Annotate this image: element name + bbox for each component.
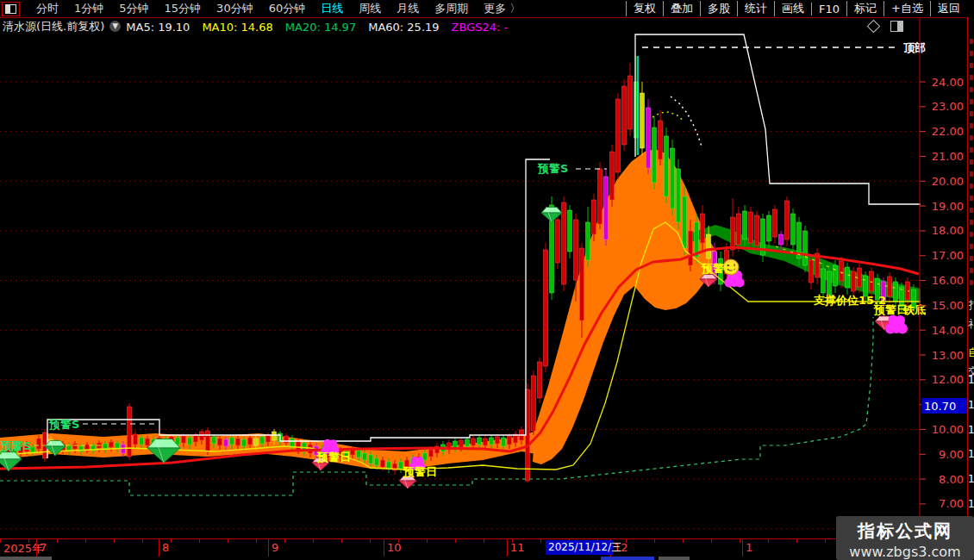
period-tab-15分钟[interactable]: 15分钟 [165, 1, 202, 16]
current-price-value: 10.70 [924, 400, 956, 413]
candle-body [429, 450, 434, 457]
period-tab-多周期[interactable]: 多周期 [434, 1, 468, 16]
cutoff-glyph: 1 [968, 449, 974, 460]
candle-body [701, 214, 705, 243]
candle-body [707, 234, 711, 258]
yellow-dot-arc [652, 112, 684, 121]
candle-body [140, 438, 144, 445]
candle-body [484, 439, 488, 445]
candle-body [870, 271, 874, 291]
candle-body [610, 152, 615, 200]
date-axis-ticks [0, 539, 918, 543]
candle-body [683, 196, 687, 248]
white-envelope-left [47, 159, 550, 458]
price-label: 20.00 [932, 175, 964, 188]
cutoff-glyph: 1 [968, 474, 974, 485]
toolbar-button-F10[interactable]: F10 [811, 3, 846, 16]
period-tab-月线[interactable]: 月线 [396, 1, 419, 16]
candle-body [586, 222, 590, 260]
price-label: 21.00 [932, 150, 964, 163]
chart-canvas[interactable]: 预警S预警S预警S预警日预警日预警日支撑价位15.2预警日铁底顶部24.0023… [0, 17, 967, 538]
candle-body [212, 437, 216, 444]
candle-body [574, 220, 578, 280]
candle-body [200, 432, 204, 440]
chart-annotation: 顶部 [903, 41, 926, 54]
toolbar-button-统计[interactable]: 统计 [737, 1, 774, 16]
toolbar-button-多股[interactable]: 多股 [700, 1, 737, 16]
candlestick-chart[interactable]: 预警S预警S预警S预警日预警日预警日支撑价位15.2预警日铁底顶部24.0023… [0, 17, 967, 538]
price-label: 7.00 [939, 497, 964, 510]
candle-body [182, 436, 186, 443]
toolbar-button-叠加[interactable]: 叠加 [663, 1, 700, 16]
chart-annotation: 预警日 [873, 303, 908, 316]
price-label: 14.00 [932, 324, 964, 337]
candle-body [146, 439, 150, 445]
date-axis[interactable]: 2025年 7891011121 2025/11/12/三 [0, 538, 967, 557]
month-label-10: 10 [387, 541, 402, 554]
year-label: 2025年 [3, 541, 43, 557]
candle-body [840, 261, 844, 281]
price-label: 12.00 [932, 373, 964, 386]
period-tab-30分钟[interactable]: 30分钟 [216, 1, 253, 16]
period-tab-更多 〉[interactable]: 更多 〉 [484, 1, 521, 16]
candle-body [749, 212, 753, 243]
price-label: 10.00 [932, 423, 964, 436]
candle-body [767, 215, 771, 241]
candle-body [604, 177, 609, 240]
period-nav: 分时1分钟5分钟15分钟30分钟60分钟日线周线月线多周期更多 〉 [28, 1, 528, 16]
candle-body [351, 450, 355, 455]
candle-body [598, 169, 603, 224]
candle-body [592, 200, 596, 234]
magenta-blob-icon [329, 439, 337, 447]
price-label: 24.00 [932, 76, 964, 89]
candle-body [737, 214, 741, 245]
gem-icon [312, 463, 329, 470]
candle-body [502, 438, 506, 446]
candle-body [671, 148, 675, 208]
candle-body [369, 455, 373, 464]
chart-annotation: 预警S [537, 162, 568, 175]
candle-body [363, 453, 367, 460]
month-label-8: 8 [162, 541, 169, 554]
cutoff-glyph: 1 [968, 400, 974, 411]
month-separator [268, 539, 269, 557]
candle-body [128, 407, 132, 457]
candle-body [465, 439, 470, 446]
candle-body [652, 128, 657, 183]
period-tab-1分钟[interactable]: 1分钟 [74, 1, 103, 16]
toolbar-button-画线[interactable]: 画线 [774, 1, 811, 16]
toolbar-button-返回[interactable]: 返回 [930, 1, 967, 16]
gem-icon [147, 448, 180, 463]
candle-body [453, 441, 458, 448]
cutoff-glyph: 1 [968, 375, 974, 386]
cutoff-glyph: 自 [968, 347, 974, 358]
candle-body [194, 435, 198, 442]
cutoff-glyph: 1 [968, 499, 974, 510]
month-label-7: 7 [40, 541, 47, 554]
toolbar-button-+自选[interactable]: +自选 [883, 1, 930, 16]
layout-toggle-icon[interactable] [2, 2, 20, 16]
chart-annotation: 预警日 [701, 262, 735, 275]
toolbar-button-复权[interactable]: 复权 [626, 1, 663, 16]
period-tab-分时[interactable]: 分时 [36, 1, 59, 16]
candle-body [556, 220, 560, 263]
month-label-1: 1 [746, 541, 752, 554]
candle-body [224, 439, 228, 446]
candle-body [471, 439, 476, 445]
candle-body [478, 438, 482, 445]
candle-body [640, 93, 645, 148]
candle-body [490, 438, 494, 445]
toolbar-button-标记[interactable]: 标记 [846, 1, 883, 16]
candle-body [230, 438, 234, 445]
period-tab-日线[interactable]: 日线 [321, 1, 343, 16]
period-tab-周线[interactable]: 周线 [359, 1, 381, 16]
period-toolbar: 分时1分钟5分钟15分钟30分钟60分钟日线周线月线多周期更多 〉 复权叠加多股… [0, 0, 974, 18]
gem-icon [541, 207, 562, 213]
candle-body [423, 453, 428, 460]
candle-body [73, 444, 78, 449]
period-tab-60分钟[interactable]: 60分钟 [269, 1, 306, 16]
candle-body [846, 267, 850, 288]
price-label: 9.00 [939, 448, 964, 461]
candle-body [827, 271, 832, 295]
period-tab-5分钟[interactable]: 5分钟 [119, 1, 148, 16]
